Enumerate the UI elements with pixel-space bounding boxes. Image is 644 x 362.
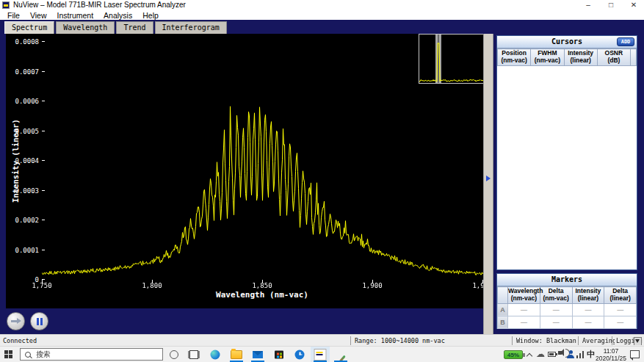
- marker-cell: —: [508, 316, 540, 328]
- markers-col-header: Wavelength(nm-vac): [508, 287, 540, 304]
- search-icon: [25, 352, 31, 358]
- marker-row-label[interactable]: A: [498, 303, 508, 316]
- maximize-button[interactable]: □: [605, 0, 617, 10]
- add-cursor-button[interactable]: ADD: [617, 37, 634, 46]
- y-tick-label: 0.0008: [0, 38, 39, 46]
- tab-bar: SpectrumWavelengthTrendInterferogram: [0, 20, 644, 34]
- averaging-status: Averaging: Of: [578, 336, 615, 345]
- cursors-title: Cursors: [551, 37, 582, 46]
- app-window: NuView – Model 771B-MIR Laser Spectrum A…: [0, 0, 644, 334]
- spectrum-plot[interactable]: [42, 41, 483, 284]
- advance-button[interactable]: [7, 312, 25, 330]
- y-tick-label: 0.0004: [0, 157, 39, 164]
- y-tick-label: 0.0003: [0, 187, 39, 195]
- cursors-table: Position(nm-vac)FWHM(nm-vac)Intensity(li…: [497, 48, 637, 66]
- ime-indicator[interactable]: 中: [587, 349, 595, 362]
- marker-cell: —: [540, 303, 572, 316]
- alarms-clock-button[interactable]: [290, 347, 309, 362]
- menu-help[interactable]: Help: [137, 11, 164, 20]
- markers-table: Wavelength(nm-vac)Delta(nm-vac)Intensity…: [497, 286, 637, 329]
- x-tick-label: 1,800: [136, 282, 168, 289]
- title-bar: NuView – Model 771B-MIR Laser Spectrum A…: [0, 0, 644, 11]
- x-tick-label: 1,950: [466, 282, 499, 289]
- x-tick-label: 1,750: [26, 282, 58, 289]
- marker-row-a: A————: [498, 303, 637, 316]
- status-bar: Connected Range: 1000~14000 nm-vac Windo…: [0, 334, 644, 346]
- collapse-panel-icon[interactable]: [486, 175, 491, 181]
- store-button[interactable]: [269, 347, 289, 362]
- pause-button[interactable]: [30, 312, 48, 330]
- people-icon[interactable]: [567, 350, 574, 358]
- taskbar-clock[interactable]: 11:07 2020/11/25: [595, 347, 627, 362]
- date-text: 2020/11/25: [595, 355, 627, 362]
- menu-instrument[interactable]: Instrument: [52, 11, 99, 20]
- x-tick-label: 1,900: [356, 282, 388, 289]
- menu-analysis[interactable]: Analysis: [98, 11, 137, 20]
- logging-status: Logging: [612, 336, 644, 345]
- nuview-app-button[interactable]: [311, 347, 330, 362]
- markers-title: Markers: [551, 275, 582, 283]
- connection-status: Connected: [3, 336, 37, 345]
- volume-icon[interactable]: [558, 351, 562, 355]
- markers-col-header: Delta(nm-vac): [540, 287, 572, 304]
- cursors-panel: Cursors ADD Position(nm-vac)FWHM(nm-vac)…: [496, 35, 637, 270]
- cortana-button[interactable]: [164, 347, 184, 362]
- task-view-icon: [189, 350, 198, 359]
- minimize-button[interactable]: –: [582, 0, 594, 10]
- marker-row-b: B————: [498, 316, 637, 328]
- markers-panel: Markers Wavelength(nm-vac)Delta(nm-vac)I…: [496, 273, 637, 329]
- marker-cell: —: [508, 303, 540, 316]
- sketch-app-button[interactable]: [331, 347, 350, 362]
- tab-interferogram[interactable]: Interferogram: [155, 21, 227, 34]
- clock-icon: [295, 350, 305, 359]
- cursors-col-header: Intensity(linear): [564, 49, 597, 66]
- tab-trend[interactable]: Trend: [116, 21, 153, 34]
- marker-row-label[interactable]: B: [498, 316, 508, 328]
- markers-col-rowlabel: [498, 287, 508, 304]
- menu-file[interactable]: File: [2, 11, 25, 20]
- app-logo-icon: [2, 1, 10, 9]
- file-explorer-button[interactable]: [227, 347, 246, 362]
- taskbar: 搜索 45% ☁ 中 11:07 2020/11/25: [0, 346, 644, 362]
- window-function-status: Window: Blackman: [512, 336, 581, 345]
- tab-wavelength[interactable]: Wavelength: [56, 21, 115, 34]
- close-button[interactable]: ✕: [628, 0, 640, 10]
- markers-col-header: Intensity(linear): [572, 287, 604, 304]
- panel-splitter[interactable]: [483, 34, 493, 334]
- tab-spectrum[interactable]: Spectrum: [4, 21, 54, 34]
- cursors-col-header: OSNR(dB): [597, 49, 630, 66]
- menu-view[interactable]: View: [25, 11, 52, 20]
- y-tick-label: 0.0005: [0, 128, 39, 135]
- marker-cell: —: [572, 303, 604, 316]
- onedrive-cloud-icon[interactable]: ☁: [536, 349, 545, 362]
- search-placeholder: 搜索: [36, 349, 51, 361]
- full-span-minimap[interactable]: [419, 34, 485, 84]
- cursors-col-header: FWHM(nm-vac): [531, 49, 564, 66]
- pause-icon: [37, 318, 39, 325]
- cursors-col-header: Position(nm-vac): [498, 49, 531, 66]
- y-tick-label: 0.0006: [0, 98, 39, 105]
- action-center-icon[interactable]: [630, 350, 640, 358]
- nuview-app-icon: [314, 349, 327, 361]
- marker-cell: —: [604, 316, 637, 328]
- window-title: NuView – Model 771B-MIR Laser Spectrum A…: [13, 1, 186, 9]
- marker-cell: —: [572, 316, 604, 328]
- time-text: 11:07: [595, 347, 627, 355]
- marker-cell: —: [540, 316, 572, 328]
- edge-browser-button[interactable]: [206, 347, 225, 362]
- battery-widget[interactable]: 45%: [504, 350, 523, 359]
- battery-icon[interactable]: [548, 352, 556, 357]
- file-explorer-icon: [231, 350, 242, 359]
- hidden-icons-chevron[interactable]: [527, 352, 532, 358]
- markers-panel-header: Markers: [497, 274, 637, 286]
- range-status: Range: 1000~14000 nm-vac: [350, 336, 513, 345]
- edge-icon: [211, 350, 220, 359]
- cursors-panel-header: Cursors ADD: [497, 36, 637, 48]
- network-signal-icon[interactable]: [576, 351, 585, 358]
- x-axis-label: Wavelength (nm-vac): [216, 290, 308, 300]
- cortana-icon: [170, 350, 178, 359]
- mail-button[interactable]: [248, 347, 267, 362]
- start-button[interactable]: [4, 350, 13, 359]
- task-view-button[interactable]: [184, 347, 203, 362]
- taskbar-search-input[interactable]: 搜索: [20, 348, 163, 361]
